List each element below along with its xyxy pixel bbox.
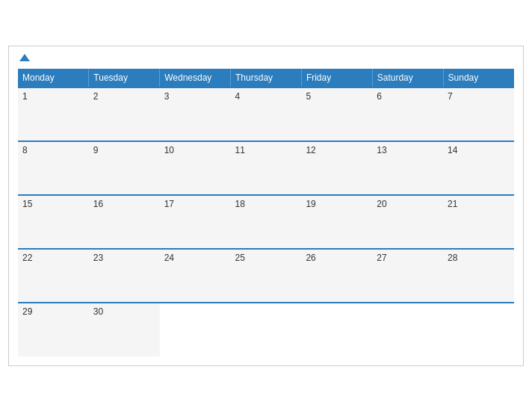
calendar-cell	[301, 303, 372, 356]
calendar-cell: 7	[443, 87, 514, 141]
weekday-header-sunday: Sunday	[443, 69, 514, 87]
calendar-cell: 18	[231, 195, 302, 249]
calendar-cell: 3	[160, 87, 231, 141]
calendar-cell: 19	[301, 195, 372, 249]
calendar-cell: 4	[231, 87, 302, 141]
calendar-cell: 6	[372, 87, 443, 141]
calendar-cell: 9	[89, 141, 160, 195]
calendar-cell	[160, 303, 231, 356]
calendar-cell: 30	[89, 303, 160, 356]
calendar-cell: 12	[301, 141, 372, 195]
week-row-2: 891011121314	[18, 141, 514, 195]
weekday-header-saturday: Saturday	[372, 69, 443, 87]
weekday-header-wednesday: Wednesday	[160, 69, 231, 87]
calendar-cell: 13	[372, 141, 443, 195]
calendar-cell: 29	[18, 303, 89, 356]
calendar-cell: 23	[89, 249, 160, 303]
calendar-cell: 25	[231, 249, 302, 303]
week-row-1: 1234567	[18, 87, 514, 141]
calendar-cell: 15	[18, 195, 89, 249]
logo	[18, 54, 30, 63]
calendar-cell: 8	[18, 141, 89, 195]
calendar-cell: 10	[160, 141, 231, 195]
calendar-cell: 1	[18, 87, 89, 141]
weekday-header-thursday: Thursday	[231, 69, 302, 87]
calendar-cell: 27	[372, 249, 443, 303]
weekday-header-monday: Monday	[18, 69, 89, 87]
logo-triangle-icon	[19, 54, 30, 61]
calendar-header	[18, 54, 514, 63]
calendar-container: MondayTuesdayWednesdayThursdayFridaySatu…	[8, 46, 524, 366]
week-row-4: 22232425262728	[18, 249, 514, 303]
weekday-header-row: MondayTuesdayWednesdayThursdayFridaySatu…	[18, 69, 514, 87]
calendar-cell: 26	[301, 249, 372, 303]
calendar-cell	[231, 303, 302, 356]
weekday-header-tuesday: Tuesday	[89, 69, 160, 87]
calendar-cell: 16	[89, 195, 160, 249]
calendar-cell: 24	[160, 249, 231, 303]
calendar-cell: 21	[443, 195, 514, 249]
calendar-cell: 5	[301, 87, 372, 141]
week-row-3: 15161718192021	[18, 195, 514, 249]
calendar-cell: 17	[160, 195, 231, 249]
calendar-cell	[443, 303, 514, 356]
calendar-cell: 2	[89, 87, 160, 141]
calendar-cell: 22	[18, 249, 89, 303]
calendar-cell: 28	[443, 249, 514, 303]
weekday-header-friday: Friday	[301, 69, 372, 87]
calendar-cell: 11	[231, 141, 302, 195]
calendar-table: MondayTuesdayWednesdayThursdayFridaySatu…	[18, 69, 514, 356]
calendar-cell	[372, 303, 443, 356]
week-row-5: 2930	[18, 303, 514, 356]
calendar-cell: 14	[443, 141, 514, 195]
calendar-cell: 20	[372, 195, 443, 249]
